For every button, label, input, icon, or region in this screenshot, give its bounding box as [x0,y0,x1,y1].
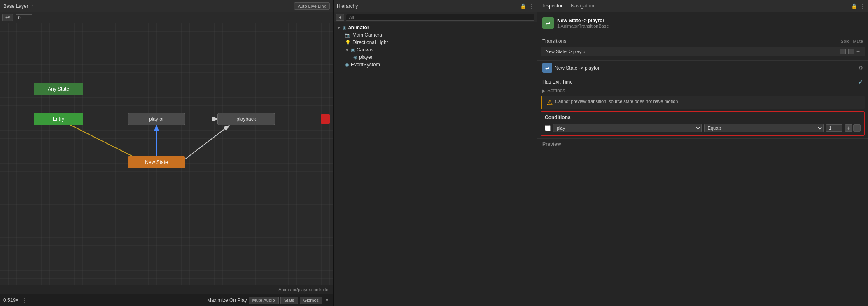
state-playfor[interactable]: playfor [128,113,185,125]
hierarchy-label-player: player [359,54,373,60]
inspector-title-text: New State -> playfor 1 AnimatorTransitio… [557,18,609,28]
record-indicator [321,114,330,124]
hierarchy-label-main-camera: Main Camera [352,32,382,38]
hierarchy-item-eventsystem[interactable]: ◉ EventSystem [334,61,537,68]
hierarchy-panel: Hierarchy 🔒 ⋮ + ▼ ◉ animator 📷 Main Came… [334,0,537,306]
sub-transition-header: ⇌ New State -> playfor ⚙ [542,63,863,73]
conditions-section: Conditions play Equals + − [541,111,865,136]
state-entry[interactable]: Entry [34,113,83,125]
transitions-header: Transitions Solo Mute [537,37,868,46]
solo-label: Solo [841,39,850,44]
gizmos-dropdown-icon[interactable]: ▾ [324,297,330,304]
transition-subtitle: 1 AnimatorTransitionBase [557,23,609,28]
state-new-state[interactable]: New State [128,156,185,168]
animator-toolbar: +▾ [0,12,333,23]
settings-row[interactable]: ▶ Settings [537,87,868,94]
conditions-label: Conditions [543,114,862,121]
hierarchy-label-animator: animator [348,25,369,30]
add-button[interactable]: +▾ [2,14,13,21]
divider-1 [537,35,868,35]
preview-label: Preview [542,141,561,147]
more-icon[interactable]: ⋮ [529,3,534,9]
inspector-tabs: Inspector Navigation [541,3,596,9]
hierarchy-item-main-camera[interactable]: 📷 Main Camera [334,31,537,39]
warning-icon: ⚠ [547,98,553,106]
transition-remove-button[interactable]: − [856,48,860,55]
hierarchy-item-animator[interactable]: ▼ ◉ animator [334,24,537,31]
has-exit-time-row: Has Exit Time ✔ [537,77,868,87]
expand-arrow-animator: ▼ [337,26,341,30]
transition-row[interactable]: New State -> playfor − [541,47,865,56]
divider-2 [537,58,868,58]
mute-label: Mute [853,39,863,44]
remove-condition-button[interactable]: − [853,124,861,132]
solo-checkbox[interactable] [840,49,846,54]
gizmos-button[interactable]: Gizmos [300,297,322,304]
hierarchy-toolbar: + [334,12,537,22]
separator: › [32,3,33,9]
eventsystem-icon: ◉ [345,62,349,68]
condition-value-input[interactable] [826,124,842,132]
has-exit-time-label: Has Exit Time [542,79,855,85]
canvas-icon: ▣ [351,47,355,53]
sub-transition-title: New State -> playfor [555,65,600,71]
hierarchy-item-player[interactable]: ◉ player [334,54,537,61]
lock-icon[interactable]: 🔒 [520,3,526,9]
maximize-on-play-button[interactable]: Maximize On Play [207,297,247,303]
condition-add-remove: + − [845,124,861,132]
inspector-header: Inspector Navigation 🔒 ⋮ [537,0,868,12]
settings-arrow-icon: ▶ [542,89,546,93]
condition-row: play Equals + − [543,123,862,133]
tab-inspector[interactable]: Inspector [541,3,564,9]
animator-header: Base Layer › Auto Live Link [0,0,333,12]
animator-icon: ◉ [343,25,347,30]
camera-icon: 📷 [345,33,351,38]
mute-audio-button[interactable]: Mute Audio [249,297,279,304]
inspector-header-icons: 🔒 ⋮ [851,3,865,9]
expand-arrow-canvas: ▼ [345,48,349,52]
animator-bottom-bar: 0.519× ⋮ Maximize On Play Mute Audio Sta… [0,294,333,306]
condition-param-select[interactable]: play [553,124,702,132]
hierarchy-search[interactable] [346,14,534,21]
light-icon: 💡 [345,40,351,45]
state-playback[interactable]: playback [217,113,275,125]
more-icon-inspector[interactable]: ⋮ [860,3,865,9]
more-options-icon[interactable]: ⋮ [20,297,28,304]
transitions-solo-mute: Solo Mute [841,39,863,44]
grid-background [0,23,333,285]
state-any-state[interactable]: Any State [34,83,83,95]
mute-checkbox[interactable] [848,49,854,54]
has-exit-time-checkbox[interactable]: ✔ [858,79,863,85]
transition-row-label: New State -> playfor [546,49,838,54]
tab-navigation[interactable]: Navigation [569,3,596,9]
auto-live-link-button[interactable]: Auto Live Link [294,2,330,10]
hierarchy-header: Hierarchy 🔒 ⋮ [334,0,537,12]
animator-panel: Base Layer › Auto Live Link +▾ [0,0,334,306]
player-icon: ◉ [353,55,357,60]
hierarchy-header-icons: 🔒 ⋮ [520,3,534,9]
settings-gear-icon[interactable]: ⚙ [859,65,863,71]
hierarchy-item-directional-light[interactable]: 💡 Directional Light [334,39,537,46]
condition-operator-select[interactable]: Equals [704,124,824,132]
inspector-content: ⇌ New State -> playfor 1 AnimatorTransit… [537,12,868,306]
layer-input[interactable] [16,14,32,21]
hierarchy-content: ▼ ◉ animator 📷 Main Camera 💡 Directional… [334,22,537,306]
sub-transition-icon: ⇌ [542,63,552,73]
inspector-title-section: ⇌ New State -> playfor 1 AnimatorTransit… [537,16,868,33]
inspector-panel: Inspector Navigation 🔒 ⋮ ⇌ New State -> … [537,0,868,306]
hierarchy-label-canvas: Canvas [357,47,373,53]
condition-checkbox[interactable] [545,125,551,131]
lock-icon-inspector[interactable]: 🔒 [851,3,857,9]
inspector-title-row: ⇌ New State -> playfor 1 AnimatorTransit… [542,17,863,29]
transitions-label: Transitions [542,38,841,44]
add-condition-button[interactable]: + [845,124,852,132]
warning-text: Cannot preview transition: source state … [555,98,678,105]
preview-section: Preview [537,138,868,149]
playback-speed: 0.519× [3,297,19,303]
hierarchy-title: Hierarchy [337,3,358,9]
canvas-footer: Animator/player.controller [0,285,333,294]
hierarchy-add-button[interactable]: + [336,14,344,21]
transition-icon: ⇌ [542,17,554,29]
hierarchy-item-canvas[interactable]: ▼ ▣ Canvas [334,46,537,54]
stats-button[interactable]: Stats [280,297,298,304]
